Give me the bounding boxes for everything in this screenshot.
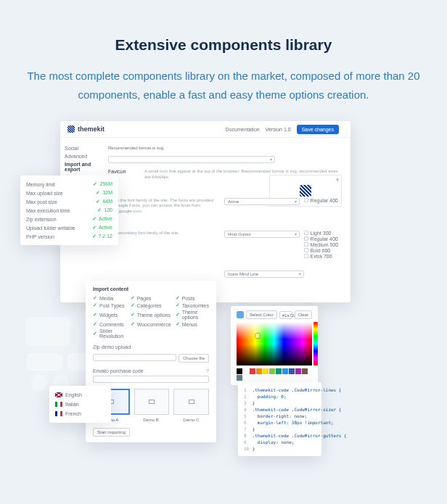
swatch[interactable] (269, 368, 275, 374)
weight-option[interactable]: Bold 600 (304, 248, 345, 253)
demo-card-b[interactable] (134, 389, 170, 415)
check-icon: ✓ (131, 295, 135, 301)
code-line: 2 padding: 0; (244, 393, 316, 400)
save-changes-button[interactable]: Save changes (297, 125, 339, 134)
check-icon: ✓ (92, 216, 97, 221)
brand-logo-icon (67, 125, 75, 133)
code-line: 4 .themekit-code .CodeMirror-sizer { (244, 406, 316, 413)
import-option[interactable]: ✓Posts (176, 295, 209, 301)
font-b-desc: The secondary font family of the site. (108, 231, 224, 236)
swatch[interactable] (250, 368, 255, 374)
check-icon: ✓ (93, 302, 97, 308)
color-spectrum[interactable] (237, 322, 312, 365)
swatch[interactable] (237, 375, 242, 381)
preview-canvas: themekit Documentation Version 1.0 Save … (20, 121, 427, 484)
check-icon: ✓ (176, 295, 180, 301)
check-icon: ✓ (176, 302, 180, 308)
import-option[interactable]: ✓Post Types (93, 302, 126, 308)
import-option[interactable]: ✓Woocommerce (131, 321, 171, 327)
nav-documentation[interactable]: Documentation (226, 127, 260, 132)
swatch[interactable] (263, 368, 268, 374)
hue-slider[interactable] (313, 322, 318, 365)
sidebar-item-social[interactable]: Social (65, 144, 98, 152)
close-icon[interactable]: × (336, 177, 339, 182)
weight-option[interactable]: Regular 400 (304, 236, 345, 241)
current-color-swatch[interactable] (237, 311, 244, 318)
weight-option[interactable]: Extra 700 (304, 254, 345, 259)
code-line: 3 } (244, 400, 316, 406)
flag-it-icon (55, 402, 62, 407)
check-icon: ✓ (96, 199, 100, 204)
code-editor-panel[interactable]: 1 .themekit-code .CodeMirror-lines {2 pa… (238, 382, 321, 456)
favicon-label: Favicon (108, 169, 144, 174)
font-a-select[interactable]: Acme (224, 198, 300, 205)
import-option[interactable]: ✓Menus (176, 321, 209, 327)
import-option[interactable]: ✓Slider Revolution (93, 329, 126, 339)
checkbox-icon (304, 242, 308, 247)
swatch[interactable] (282, 368, 288, 374)
weight-option[interactable]: Medium 500 (304, 242, 345, 247)
color-picker-panel: Select Color #1a72ac Clear (231, 306, 318, 385)
swatch[interactable] (276, 368, 282, 374)
swatch[interactable] (289, 368, 295, 374)
swatch[interactable] (295, 368, 301, 374)
favicon-icon (300, 185, 311, 197)
choose-file-button[interactable]: Choose file (179, 354, 209, 363)
page-subtitle: The most complete components library on … (20, 67, 427, 104)
envato-code-input[interactable] (93, 376, 209, 383)
bg-ghost (26, 317, 70, 346)
clear-color-button[interactable]: Clear (295, 310, 312, 319)
lang-french[interactable]: French (55, 409, 105, 418)
stat-row: Upload folder writable✓Active (26, 223, 112, 232)
lang-english[interactable]: English (55, 390, 105, 400)
code-line: 9 display: none; (244, 439, 316, 445)
image-icon (189, 400, 194, 404)
import-option[interactable]: ✓Theme options (131, 310, 171, 320)
check-icon: ✓ (97, 207, 102, 212)
dropdown-1[interactable] (108, 156, 275, 163)
import-option[interactable]: ✓Pages (131, 295, 171, 301)
swatch[interactable] (256, 368, 262, 374)
import-option[interactable]: ✓Taxonomies (176, 302, 209, 308)
select-color-button[interactable]: Select Color (246, 310, 277, 319)
page-title: Extensive components library (20, 36, 427, 54)
flag-gb-icon (55, 392, 62, 397)
brand: themekit (67, 125, 104, 133)
import-option[interactable]: ✓Comments (93, 321, 126, 327)
start-import-button[interactable]: Start importing (93, 428, 130, 437)
import-option[interactable]: ✓Categories (131, 302, 171, 308)
stat-row: Max upload size✓32M (26, 189, 112, 197)
code-line: 6 margin-left: 38px !important; (244, 419, 316, 426)
sidebar-item-import-export[interactable]: Import and export (65, 160, 98, 173)
system-status-panel: Memory limit✓256MMax upload size✓32MMax … (20, 175, 118, 245)
help-icon[interactable]: ? (206, 368, 209, 373)
swatch[interactable] (243, 368, 249, 374)
image-icon (149, 400, 155, 404)
demo-label-b: Demo B (133, 418, 168, 422)
check-icon: ✓ (93, 312, 97, 318)
recommended-format: Recommended format is svg. (108, 146, 345, 150)
import-option[interactable]: ✓Media (93, 295, 126, 301)
brand-text: themekit (78, 125, 104, 133)
demo-label-c: Demo C (173, 418, 209, 422)
stat-row: Memory limit✓256M (26, 180, 112, 189)
swatch[interactable] (302, 368, 308, 374)
code-line: 1 .themekit-code .CodeMirror-lines { (244, 387, 316, 393)
import-option[interactable]: ✓Theme options (176, 310, 209, 320)
font-b-select[interactable]: Hind Guntur (224, 231, 300, 238)
demo-card-c[interactable] (173, 389, 209, 415)
import-option[interactable]: ✓Widgets (93, 310, 126, 320)
check-icon: ✓ (92, 225, 97, 230)
weight-option[interactable]: Light 300 (304, 231, 345, 236)
picker-cursor-icon[interactable] (255, 334, 260, 338)
check-icon: ✓ (96, 190, 100, 195)
hex-input[interactable]: #1a72ac (279, 311, 292, 319)
font-a-desc: Place the font family of the site. The f… (108, 198, 224, 215)
iconset-select[interactable]: Icons Mind Line (224, 270, 304, 278)
zip-file-input[interactable] (93, 354, 176, 361)
lang-italian[interactable]: Italian (55, 400, 105, 409)
swatch[interactable] (237, 368, 242, 374)
sidebar-item-advanced[interactable]: Advanced (65, 152, 98, 160)
check-icon: ✓ (93, 321, 97, 327)
checkbox-icon (304, 236, 308, 241)
